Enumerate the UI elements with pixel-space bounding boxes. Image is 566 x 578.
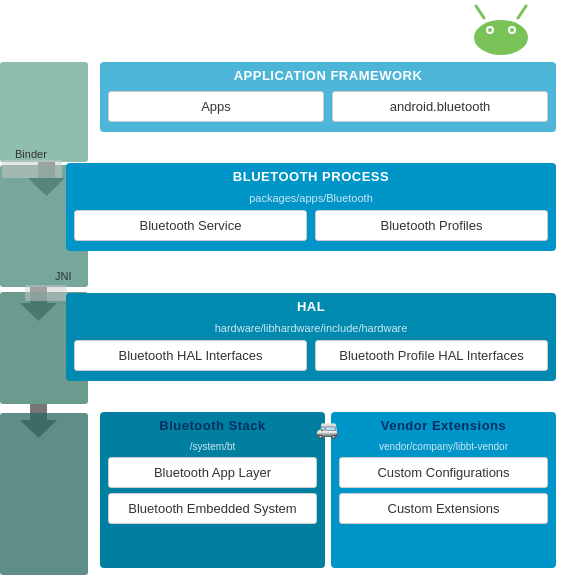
svg-rect-7: [0, 62, 88, 162]
bt-stack-section: Bluetooth Stack /system/bt Bluetooth App…: [100, 412, 325, 568]
svg-rect-2: [474, 20, 528, 55]
app-framework-section: APPLICATION FRAMEWORK Apps android.bluet…: [100, 62, 556, 132]
bt-stack-subtitle: /system/bt: [108, 441, 317, 452]
svg-line-0: [476, 6, 484, 18]
android-bluetooth-box: android.bluetooth: [332, 91, 548, 122]
bt-process-title: BLUETOOTH PROCESS: [74, 169, 548, 184]
svg-marker-12: [20, 404, 57, 438]
bt-hal-interfaces-box: Bluetooth HAL Interfaces: [74, 340, 307, 371]
app-framework-title: APPLICATION FRAMEWORK: [108, 68, 548, 83]
hal-section: HAL hardware/libhardware/include/hardwar…: [66, 293, 556, 381]
svg-point-6: [510, 28, 514, 32]
bt-embedded-box: Bluetooth Embedded System: [108, 493, 317, 524]
diagram-container: Binder JNI APPLICATION FRAMEWORK Apps an…: [0, 0, 566, 578]
svg-line-1: [518, 6, 526, 18]
binder-label: Binder: [15, 148, 47, 160]
truck-icon: 🚐: [316, 418, 338, 440]
svg-rect-13: [0, 413, 88, 575]
hal-subtitle: hardware/libhardware/include/hardware: [74, 322, 548, 334]
svg-point-5: [488, 28, 492, 32]
hal-boxes: Bluetooth HAL Interfaces Bluetooth Profi…: [74, 340, 548, 371]
bt-process-subtitle: packages/apps/Bluetooth: [74, 192, 548, 204]
vendor-title: Vendor Extensions: [339, 418, 548, 433]
bt-app-layer-box: Bluetooth App Layer: [108, 457, 317, 488]
bt-profiles-box: Bluetooth Profiles: [315, 210, 548, 241]
svg-rect-14: [2, 160, 62, 178]
hal-title: HAL: [74, 299, 548, 314]
custom-extensions-box: Custom Extensions: [339, 493, 548, 524]
svg-marker-8: [28, 162, 65, 196]
custom-config-box: Custom Configurations: [339, 457, 548, 488]
bt-stack-title: Bluetooth Stack: [108, 418, 317, 433]
bt-process-boxes: Bluetooth Service Bluetooth Profiles: [74, 210, 548, 241]
svg-marker-10: [20, 287, 57, 321]
app-framework-boxes: Apps android.bluetooth: [108, 91, 548, 122]
android-logo-icon: [466, 0, 536, 65]
svg-rect-15: [25, 285, 67, 301]
bt-service-box: Bluetooth Service: [74, 210, 307, 241]
jni-label: JNI: [55, 270, 72, 282]
vendor-subtitle: vendor/company/libbt-vendor: [339, 441, 548, 452]
bt-profile-hal-box: Bluetooth Profile HAL Interfaces: [315, 340, 548, 371]
apps-box: Apps: [108, 91, 324, 122]
bt-process-section: BLUETOOTH PROCESS packages/apps/Bluetoot…: [66, 163, 556, 251]
vendor-section: Vendor Extensions vendor/company/libbt-v…: [331, 412, 556, 568]
